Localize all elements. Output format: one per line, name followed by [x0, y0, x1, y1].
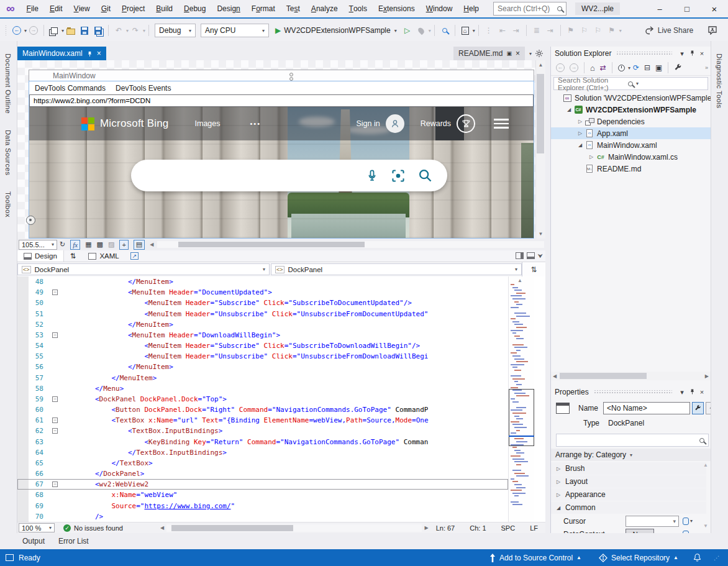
properties-wrench-icon[interactable] [674, 64, 682, 72]
code-line-68[interactable]: 68 x:Name="webView" [17, 490, 508, 500]
tree-item-readme-md[interactable]: README.md [551, 163, 711, 175]
panel-tab-output[interactable]: Output [22, 537, 45, 545]
breadcrumb-right-dropdown[interactable]: <> DockPanel▾ [271, 263, 522, 275]
home-icon[interactable]: ⌂ [590, 63, 595, 73]
next-bookmark-icon[interactable]: ⚐ [592, 23, 604, 38]
expand-arrow-icon[interactable]: ▷ [555, 492, 562, 498]
filter-dropdown[interactable]: ▾ [628, 65, 630, 71]
window-layout-dropdown[interactable]: ▾ [473, 28, 475, 34]
sign-in-link[interactable]: Sign in [356, 119, 380, 128]
bing-brand[interactable]: Microsoft Bing [100, 117, 169, 130]
new-button[interactable]: New [626, 529, 654, 533]
code-line-58[interactable]: 58 </Menu> [17, 383, 508, 394]
property-group-layout[interactable]: ▷Layout [551, 475, 706, 488]
undo-dropdown[interactable]: ▾ [126, 28, 129, 34]
pin-icon[interactable] [687, 388, 697, 396]
forward-icon[interactable]: → [570, 63, 578, 72]
redo-button[interactable]: ↷ [129, 23, 142, 38]
back-icon[interactable]: ← [556, 63, 565, 72]
expand-arrow-icon[interactable]: ▷ [576, 130, 585, 136]
snap-to-snaplines-button[interactable]: + [119, 240, 128, 250]
designer-scroll-thumb[interactable] [537, 74, 544, 153]
collapse-region-icon[interactable]: – [52, 482, 58, 487]
solution-search-box[interactable]: Search Solution Explorer (Ctrl+;) ▾ [553, 77, 708, 90]
pin-icon[interactable] [687, 50, 697, 57]
close-icon[interactable]: × [697, 388, 707, 396]
arrange-by-selector[interactable]: Arrange by: Category▾ [551, 449, 711, 461]
more-menu[interactable]: ••• [250, 120, 262, 127]
collapse-region-icon[interactable]: – [52, 332, 58, 338]
code-line-52[interactable]: 52 </MenuItem> [17, 319, 508, 330]
bing-search-box[interactable] [131, 160, 447, 191]
refresh-icon[interactable]: ⟳ [633, 63, 639, 72]
fold-margin[interactable]: – [52, 428, 62, 434]
code-line-50[interactable]: 50 <MenuItem Header="Subscribe" Click="S… [17, 298, 508, 308]
increase-indent-icon[interactable]: ⇥ [544, 23, 557, 38]
undo-button[interactable]: ↶ [112, 23, 125, 38]
collapse-arrow-icon[interactable]: ◢ [565, 107, 573, 112]
start-without-debugging-button[interactable]: ▷ [401, 23, 414, 38]
menu-edit[interactable]: Edit [44, 0, 68, 17]
scroll-left-icon[interactable]: ◀ [150, 242, 153, 247]
property-marker-icon[interactable]: ▾ [683, 531, 693, 534]
solution-scroll-thumb[interactable] [560, 373, 647, 379]
code-line-66[interactable]: 66 </DockPanel> [17, 468, 508, 479]
sync-with-active-document-icon[interactable]: ⇄ [600, 63, 606, 72]
menu-extensions[interactable]: Extensions [373, 0, 421, 17]
designer-horizontal-scrollbar[interactable] [157, 241, 544, 248]
close-tab-icon[interactable]: × [97, 49, 101, 58]
breadcrumb-left-dropdown[interactable]: <> DockPanel▾ [17, 263, 270, 275]
collapse-arrow-icon[interactable]: ◢ [576, 142, 585, 148]
tree-item-mainwindow-xaml-cs[interactable]: ▷C#MainWindow.xaml.cs [551, 151, 711, 163]
menu-test[interactable]: Test [281, 0, 306, 17]
tree-item-mainwindow-xaml[interactable]: ◢MainWindow.xaml [551, 139, 711, 151]
bookmarks-dropdown[interactable]: ▾ [619, 28, 622, 34]
tree-item-app-xaml[interactable]: ▷App.xaml [551, 127, 711, 139]
voice-search-icon[interactable] [366, 169, 378, 183]
code-line-56[interactable]: 56 </MenuItem> [17, 362, 508, 372]
show-annotations-button[interactable]: ▤ [134, 240, 145, 250]
bookmark-icon[interactable]: ⚑ [565, 23, 577, 38]
hamburger-menu-icon[interactable] [494, 116, 509, 131]
keep-open-icon[interactable]: ▣ [506, 50, 512, 57]
property-marker-icon[interactable]: ▾ [683, 518, 693, 525]
split-orientation-button[interactable]: ⇅ [522, 262, 545, 276]
swap-panes-button[interactable]: ⇅ [66, 250, 80, 262]
expand-arrow-icon[interactable]: ▷ [587, 154, 596, 160]
properties-wrench-button[interactable] [692, 402, 704, 414]
previous-bookmark-icon[interactable]: ⚐ [578, 23, 591, 38]
sidebar-tab-document-outline[interactable]: Document Outline [0, 50, 16, 117]
solution-platform-dropdown[interactable]: Any CPU▾ [201, 24, 269, 37]
snap-grid-icon[interactable]: ▩ [97, 240, 103, 249]
fold-margin[interactable]: – [52, 332, 62, 338]
snapping-icon[interactable]: ▨ [108, 240, 114, 249]
save-all-button[interactable] [92, 23, 104, 38]
code-line-67[interactable]: 67– <wv2:WebView2 [17, 479, 508, 490]
code-line-51[interactable]: 51 <MenuItem Header="Unsubscribe" Click=… [17, 309, 508, 319]
menu-project[interactable]: Project [116, 0, 150, 17]
xaml-code-editor[interactable]: 48 </MenuItem>49– <MenuItem Header="Docu… [17, 276, 545, 522]
horizontal-split-icon[interactable] [527, 252, 535, 259]
properties-header[interactable]: Properties ▾ × [551, 385, 711, 399]
panel-tab-error-list[interactable]: Error List [58, 537, 89, 545]
tab-list-dropdown[interactable]: ▾ [529, 51, 532, 57]
hot-reload-dropdown[interactable]: ▾ [429, 28, 431, 34]
name-input[interactable]: <No Name> [603, 402, 690, 414]
pending-changes-filter-icon[interactable] [618, 65, 625, 71]
minimap-viewport[interactable] [509, 389, 534, 446]
solution-explorer-home-icon[interactable]: ⌂ [459, 23, 471, 38]
search-options-dropdown[interactable]: ▾ [636, 81, 704, 86]
fold-margin[interactable]: – [52, 482, 62, 487]
select-repository-button[interactable]: Select Repository ▲ [599, 554, 678, 562]
collapse-all-icon[interactable]: ⊟ [644, 63, 650, 72]
menu-format[interactable]: Format [246, 0, 281, 17]
sidebar-tab-toolbox[interactable]: Toolbox [0, 188, 16, 221]
property-group-brush[interactable]: ▷Brush [551, 462, 706, 475]
code-line-60[interactable]: 60 <Button DockPanel.Dock="Right" Comman… [17, 404, 508, 415]
tree-item-wv2cdpextensionwpfsample[interactable]: ◢C#WV2CDPExtensionWPFSample [551, 104, 711, 116]
expand-arrow-icon[interactable]: ▷ [576, 119, 585, 124]
close-icon[interactable]: × [697, 50, 707, 57]
property-group-appearance[interactable]: ▷Appearance [551, 488, 706, 501]
notifications-bell-icon[interactable] [693, 553, 701, 562]
pin-icon[interactable] [87, 51, 93, 57]
